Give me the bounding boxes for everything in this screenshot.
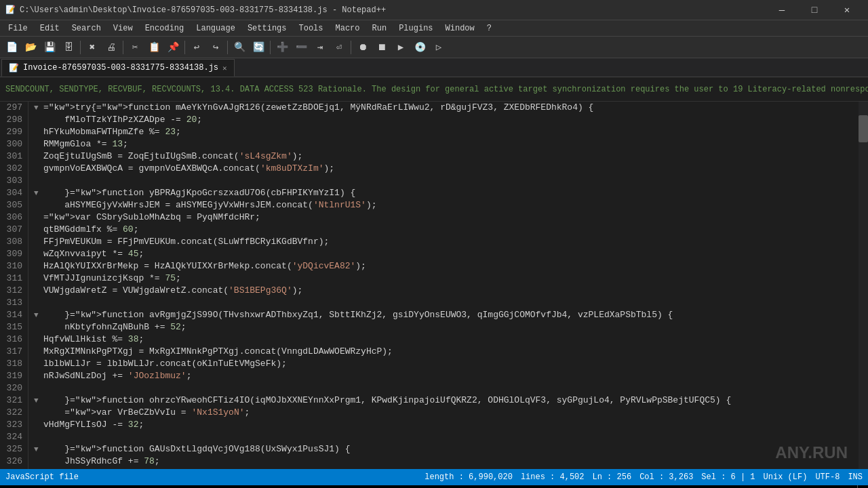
code-line-327: ="kw">var VPfXsIDQFtb = 48; bbox=[31, 468, 865, 469]
new-btn[interactable]: 📄 bbox=[3, 39, 20, 56]
close-btn[interactable]: ✖ bbox=[83, 39, 101, 56]
widgets-btn[interactable]: 🌐 bbox=[256, 485, 283, 488]
macro-save-btn[interactable]: 💿 bbox=[411, 39, 429, 56]
code-line-303 bbox=[31, 175, 865, 187]
status-ln: Ln : 256 bbox=[593, 472, 632, 482]
show-desktop-btn[interactable] bbox=[857, 485, 863, 488]
macro-play-btn[interactable]: ▶ bbox=[392, 39, 410, 56]
code-content-304: }="kw">function yBPRAgjKpoGcrszxadU7O6(c… bbox=[43, 187, 865, 199]
macro-rec-btn[interactable]: ⏺ bbox=[354, 39, 372, 56]
menu-tools[interactable]: Tools bbox=[293, 21, 328, 36]
menu-plugins[interactable]: Plugins bbox=[393, 21, 438, 36]
edge-btn[interactable]: 🔵 bbox=[285, 485, 312, 488]
title-bar: 📝 C:\Users\admin\Desktop\Invoice-8765970… bbox=[0, 0, 868, 20]
menu-language[interactable]: Language bbox=[191, 21, 241, 36]
sep5 bbox=[270, 41, 271, 54]
save-btn[interactable]: 💾 bbox=[41, 39, 58, 56]
code-content-302: gvmpnVoEAXBWQcA = gvmpnVoEAXBWQcA.concat… bbox=[43, 163, 865, 175]
code-content-322: ="kw">var VrBeCZbVvIu = 'Nx1S1yoN'; bbox=[43, 407, 865, 419]
fold-icon-321[interactable]: ▼ bbox=[34, 394, 43, 407]
minimize-button[interactable]: ― bbox=[766, 0, 797, 20]
undo-btn[interactable]: ↩ bbox=[188, 39, 205, 56]
code-line-317: MxRgXIMNnkPgPTXgj = MxRgXIMNnkPgPTXgj.co… bbox=[31, 346, 865, 358]
fold-icon-304[interactable]: ▼ bbox=[34, 187, 43, 199]
notepad-btn[interactable]: 📝 bbox=[342, 485, 369, 488]
menu-file[interactable]: File bbox=[3, 21, 33, 36]
code-line-309: wZqXnvvaipyt *= 45; bbox=[31, 248, 865, 260]
code-content-311: VfMTJJIgnunizcjKsqp *= 75; bbox=[43, 272, 865, 285]
fold-icon-308 bbox=[34, 236, 43, 248]
code-content-319: nRJwSdNLzDoj += 'JOozlbmuz'; bbox=[43, 370, 865, 382]
find-btn[interactable]: 🔍 bbox=[231, 39, 248, 56]
menu-encoding[interactable]: Encoding bbox=[140, 21, 190, 36]
fold-icon-303 bbox=[34, 175, 43, 187]
task-view-btn[interactable]: ⬚ bbox=[228, 485, 255, 488]
sep3 bbox=[184, 41, 185, 54]
fold-icon-317 bbox=[34, 346, 43, 358]
scrollbar-thumb[interactable] bbox=[859, 115, 868, 142]
redo-btn[interactable]: ↪ bbox=[207, 39, 224, 56]
cut-btn[interactable]: ✂ bbox=[126, 39, 144, 56]
code-line-323: vHdMgFYLIsOJ -= 32; bbox=[31, 419, 865, 431]
menu-settings[interactable]: Settings bbox=[242, 21, 292, 36]
status-ins: INS bbox=[848, 472, 863, 482]
editor-tab-0[interactable]: 📝 Invoice-876597035-003-8331775-8334138.… bbox=[1, 59, 235, 77]
fold-icon-298 bbox=[34, 114, 43, 126]
menu-window[interactable]: Window bbox=[440, 21, 480, 36]
app-btn[interactable]: 🖥 bbox=[399, 485, 426, 488]
copy-btn[interactable]: 📋 bbox=[145, 39, 163, 56]
explorer-btn[interactable]: 📁 bbox=[313, 485, 340, 488]
replace-btn[interactable]: 🔄 bbox=[250, 39, 267, 56]
wrap-btn[interactable]: ⏎ bbox=[330, 39, 348, 56]
code-content-309: wZqXnvvaipyt *= 45; bbox=[43, 248, 865, 260]
menu-edit[interactable]: Edit bbox=[35, 21, 65, 36]
menu-search[interactable]: Search bbox=[66, 21, 106, 36]
start-button[interactable] bbox=[3, 485, 33, 488]
fold-icon-316 bbox=[34, 333, 43, 346]
save-all-btn[interactable]: 🗄 bbox=[60, 39, 77, 56]
paste-btn[interactable]: 📌 bbox=[164, 39, 182, 56]
tab-close-btn[interactable]: ✕ bbox=[222, 64, 227, 73]
toolbar: 📄 📂 💾 🗄 ✖ 🖨 ✂ 📋 📌 ↩ ↪ 🔍 🔄 ➕ ➖ ⇥ ⏎ ⏺ ⏹ ▶ … bbox=[0, 37, 868, 58]
code-line-316: HqfvWLlHkist %= 38; bbox=[31, 333, 865, 346]
fold-icon-314[interactable]: ▼ bbox=[34, 309, 43, 321]
zoom-out-btn[interactable]: ➖ bbox=[292, 39, 310, 56]
fold-icon-297[interactable]: ▼ bbox=[34, 102, 43, 114]
sep4 bbox=[227, 41, 228, 54]
run-btn[interactable]: ▷ bbox=[430, 39, 448, 56]
code-line-308: FFjPmVEUKUm = FFjPmVEUKUm.concat(SLuWffB… bbox=[31, 236, 865, 248]
vertical-scrollbar[interactable] bbox=[859, 102, 868, 469]
status-col: Col : 3,263 bbox=[639, 472, 693, 482]
close-button[interactable]: ✕ bbox=[831, 0, 863, 20]
macro-stop-btn[interactable]: ⏹ bbox=[373, 39, 391, 56]
menu-run[interactable]: Run bbox=[367, 21, 393, 36]
maximize-button[interactable]: □ bbox=[799, 0, 830, 20]
menu-macro[interactable]: Macro bbox=[330, 21, 366, 36]
code-area[interactable]: ▼="kw">try{="kw">function mAeYkYnGvAJgR1… bbox=[28, 102, 868, 469]
status-unix: Unix (LF) bbox=[764, 472, 808, 482]
fold-icon-323 bbox=[34, 419, 43, 431]
indent-btn[interactable]: ⇥ bbox=[311, 39, 329, 56]
code-line-322: ="kw">var VrBeCZbVvIu = 'Nx1S1yoN'; bbox=[31, 407, 865, 419]
fold-icon-327 bbox=[34, 468, 43, 469]
print-btn[interactable]: 🖨 bbox=[102, 39, 120, 56]
code-content-323: vHdMgFYLIsOJ -= 32; bbox=[43, 419, 865, 431]
code-line-305: aHSYMEGjyVxWHrsJEM = aHSYMEGjyVxWHrsJEM.… bbox=[31, 199, 865, 211]
menu-help[interactable]: ? bbox=[481, 21, 497, 36]
code-content-316: HqfvWLlHkist %= 38; bbox=[43, 333, 865, 346]
sep6 bbox=[351, 41, 351, 54]
fold-icon-326 bbox=[34, 455, 43, 468]
open-btn[interactable]: 📂 bbox=[22, 39, 39, 56]
code-content-308: FFjPmVEUKUm = FFjPmVEUKUm.concat(SLuWffB… bbox=[43, 236, 865, 248]
menu-view[interactable]: View bbox=[108, 21, 138, 36]
status-encoding: UTF-8 bbox=[815, 472, 840, 482]
code-line-302: gvmpnVoEAXBWQcA = gvmpnVoEAXBWQcA.concat… bbox=[31, 163, 865, 175]
status-left: JavaScript file bbox=[5, 472, 79, 482]
fold-icon-325[interactable]: ▼ bbox=[34, 443, 43, 455]
editor-container: 2972982993003013023033043053063073083093… bbox=[0, 102, 868, 469]
fold-icon-307 bbox=[34, 224, 43, 236]
fold-icon-319 bbox=[34, 370, 43, 382]
zoom-in-btn[interactable]: ➕ bbox=[273, 39, 291, 56]
firefox-btn[interactable]: 🦊 bbox=[370, 485, 397, 488]
code-content-307: qtBMGddmlfx %= 60; bbox=[43, 224, 865, 236]
